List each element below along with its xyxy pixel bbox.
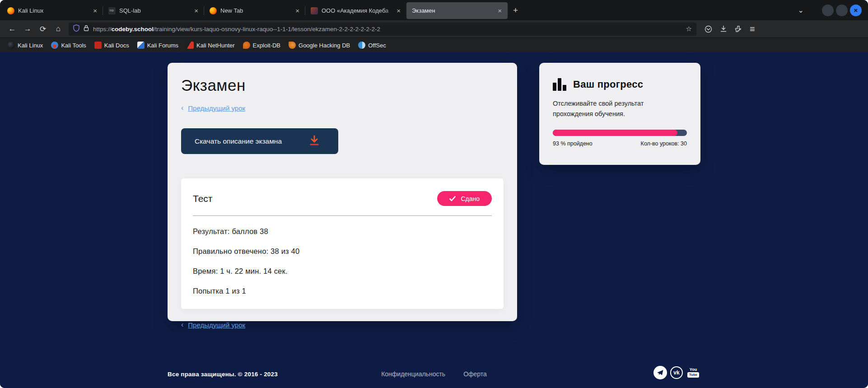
- minimize-button[interactable]: [822, 5, 834, 16]
- reload-button[interactable]: [35, 24, 51, 34]
- bookmark-star-icon[interactable]: [686, 25, 692, 33]
- chevron-left-icon: [181, 321, 183, 329]
- footer-links: Конфиденциальность Оферта: [0, 370, 868, 378]
- kali-nethunter-icon: [187, 42, 194, 49]
- toolbar-icons: [705, 24, 755, 33]
- divider: [193, 215, 492, 216]
- url-bar[interactable]: https://codeby.school/training/view/kurs…: [69, 23, 696, 36]
- navigation-toolbar: https://codeby.school/training/view/kurs…: [0, 20, 868, 38]
- youtube-icon[interactable]: You Tube: [686, 366, 700, 379]
- offer-link[interactable]: Оферта: [463, 370, 487, 378]
- bookmark-label: Exploit-DB: [253, 42, 280, 49]
- tracking-protection-shield-icon[interactable]: [73, 24, 79, 33]
- previous-lesson-label: Предыдущий урок: [188, 104, 245, 112]
- privacy-link[interactable]: Конфиденциальность: [381, 370, 445, 378]
- google-hacking-db-icon: [289, 42, 296, 49]
- new-tab-button[interactable]: [508, 4, 523, 17]
- academy-favicon-icon: [311, 7, 318, 14]
- tab-close-icon[interactable]: [193, 7, 200, 14]
- check-icon: [449, 196, 456, 201]
- tab-academy[interactable]: ООО «Академия Кодеба: [305, 2, 406, 19]
- pocket-icon[interactable]: [705, 25, 712, 33]
- vk-icon[interactable]: vk: [670, 366, 683, 379]
- kali-forums-icon: [137, 42, 145, 49]
- progress-card: Ваш прогресс Отслеживайте свой результат…: [539, 63, 700, 165]
- tab-title: New Tab: [220, 7, 294, 14]
- test-title: Тест: [193, 193, 212, 204]
- download-button-label: Скачать описание экзамна: [195, 137, 282, 145]
- tab-close-icon[interactable]: [496, 7, 503, 14]
- badge-label: Сдано: [461, 195, 480, 202]
- previous-lesson-label: Предыдущий урок: [188, 321, 245, 329]
- kali-linux-icon: [8, 42, 15, 49]
- telegram-icon[interactable]: [653, 366, 667, 379]
- page-content: Экзамен Предыдущий урок Скачать описание…: [0, 52, 868, 388]
- bookmark-offsec[interactable]: OffSec: [355, 40, 389, 50]
- progress-header: Ваш прогресс: [553, 78, 687, 91]
- extensions-puzzle-icon[interactable]: [735, 25, 742, 33]
- downloads-icon[interactable]: [720, 25, 727, 33]
- social-icons: vk You Tube: [653, 366, 700, 379]
- window-controls: [822, 5, 862, 16]
- sql-favicon-icon: SQL: [108, 7, 116, 14]
- tab-ekzamen-active[interactable]: Экзамен: [406, 2, 508, 19]
- previous-lesson-link-bottom[interactable]: Предыдущий урок: [181, 321, 504, 329]
- result-time: Время: 1 ч. 22 мин. 14 сек.: [193, 267, 492, 276]
- bookmark-exploit-db[interactable]: Exploit-DB: [240, 40, 284, 50]
- chevron-left-icon: [181, 104, 183, 112]
- tab-title: Kali Linux: [18, 7, 92, 14]
- tab-bar: Kali Linux SQL SQL-lab New Tab ООО «Акад…: [0, 0, 868, 20]
- home-button[interactable]: [51, 24, 66, 33]
- tab-sql-lab[interactable]: SQL SQL-lab: [103, 2, 204, 19]
- result-attempt: Попытка 1 из 1: [193, 287, 492, 295]
- bookmark-label: Kali NetHunter: [196, 42, 235, 49]
- page-title: Экзамен: [181, 76, 504, 94]
- tab-close-icon[interactable]: [92, 7, 98, 14]
- youtube-tube-text: Tube: [687, 372, 700, 378]
- list-all-tabs-icon[interactable]: [798, 6, 804, 14]
- lesson-count-label: Кол-во уроков: 30: [641, 140, 687, 147]
- bookmark-kali-tools[interactable]: Kali Tools: [48, 40, 89, 50]
- tab-close-icon[interactable]: [395, 7, 402, 14]
- tab-title: SQL-lab: [119, 7, 193, 14]
- bookmark-label: OffSec: [368, 42, 386, 49]
- progress-labels: 93 % пройдено Кол-во уроков: 30: [553, 140, 687, 147]
- download-exam-description-button[interactable]: Скачать описание экзамна: [181, 128, 338, 154]
- previous-lesson-link-top[interactable]: Предыдущий урок: [181, 104, 504, 112]
- tab-close-icon[interactable]: [294, 7, 301, 14]
- bookmark-label: Kali Forums: [147, 42, 178, 49]
- result-correct: Правильно отвечено: 38 из 40: [193, 247, 492, 256]
- progress-description: Отслеживайте свой результат прохождения …: [553, 98, 666, 119]
- exam-card: Экзамен Предыдущий урок Скачать описание…: [168, 63, 517, 321]
- percent-complete-label: 93 % пройдено: [553, 140, 593, 147]
- maximize-button[interactable]: [836, 5, 848, 16]
- hamburger-menu-icon[interactable]: [750, 24, 755, 33]
- bookmark-google-hacking-db[interactable]: Google Hacking DB: [285, 40, 353, 50]
- test-result-card: Тест Сдано Результат: баллов 38 Правильн…: [181, 178, 504, 309]
- passed-status-badge: Сдано: [437, 191, 492, 206]
- bookmark-kali-docs[interactable]: Kali Docs: [91, 40, 132, 50]
- bookmark-label: Kali Tools: [61, 42, 86, 49]
- bookmark-label: Kali Linux: [18, 42, 43, 49]
- bookmark-kali-linux[interactable]: Kali Linux: [5, 40, 46, 50]
- bookmark-kali-nethunter[interactable]: Kali NetHunter: [183, 40, 238, 50]
- tab-title: ООО «Академия Кодеба: [322, 7, 395, 14]
- back-button[interactable]: [5, 24, 20, 33]
- forward-button[interactable]: [20, 24, 35, 33]
- bar-chart-icon: [553, 78, 566, 91]
- result-score: Результат: баллов 38: [193, 227, 492, 236]
- test-header: Тест Сдано: [193, 191, 492, 206]
- lock-icon[interactable]: [84, 25, 89, 33]
- bookmark-kali-forums[interactable]: Kali Forums: [134, 40, 182, 50]
- bookmark-label: Google Hacking DB: [299, 42, 350, 49]
- tab-new-tab[interactable]: New Tab: [204, 2, 305, 19]
- bookmarks-bar: Kali Linux Kali Tools Kali Docs Kali For…: [0, 38, 868, 52]
- close-window-button[interactable]: [850, 5, 862, 16]
- tab-title: Экзамен: [412, 7, 496, 14]
- kali-tools-icon: [51, 42, 58, 49]
- progress-fill: [553, 130, 677, 136]
- firefox-favicon-icon: [210, 7, 217, 14]
- exploit-db-icon: [243, 42, 250, 49]
- tab-kali-linux[interactable]: Kali Linux: [2, 2, 103, 19]
- firefox-favicon-icon: [7, 7, 14, 14]
